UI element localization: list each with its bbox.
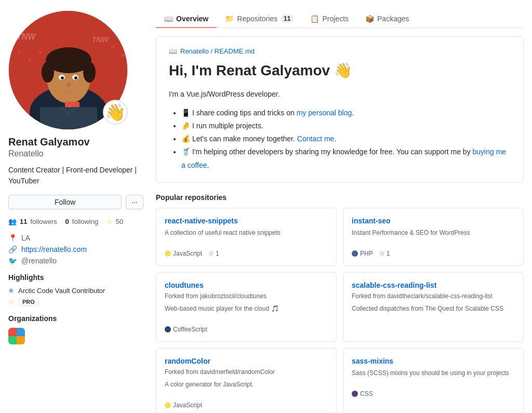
twitter-handle: @renatello <box>21 257 57 265</box>
repo-name-0[interactable]: react-native-snippets <box>165 217 328 225</box>
svg-point-2 <box>18 51 21 54</box>
svg-point-5 <box>111 46 114 49</box>
repo-name-5[interactable]: sass-mixins <box>352 357 515 365</box>
repo-meta-5: CSS <box>352 390 515 397</box>
sidebar: Renat TNW TNW 👋 Renat Galyamov Renatello… <box>8 10 143 413</box>
tabs-bar: 📖 Overview 📁 Repositories 11 📋 Projects … <box>156 10 524 28</box>
lang-label-4: JavaScript <box>165 402 202 409</box>
following-label: following <box>72 218 99 225</box>
meta-list: 📍 LA 🔗 https://renatello.com 🐦 @renatell… <box>8 234 143 265</box>
lang-label-2: CoffeeScript <box>165 326 207 333</box>
repo-meta-0: JavaScript ☆ 1 <box>165 250 328 257</box>
lang-label-0: JavaScript <box>165 250 202 257</box>
repo-name-3[interactable]: scalable-css-reading-list <box>352 281 515 289</box>
organizations-section: Organizations <box>8 314 143 344</box>
tab-projects[interactable]: 📋 Projects <box>302 10 357 28</box>
repo-meta-4: JavaScript <box>165 402 328 409</box>
stars-count-1: 1 <box>387 250 390 257</box>
repo-name-1[interactable]: instant-seo <box>352 217 515 225</box>
twitter-item: 🐦 @renatello <box>8 257 143 265</box>
readme-title: Hi, I'm Renat Galyamov 👋 <box>169 61 511 80</box>
org-quad-2 <box>17 328 25 336</box>
blog-link[interactable]: my personal blog <box>297 109 352 117</box>
repo-card-4[interactable]: randomColor Forked from davidmerfield/ra… <box>156 348 337 413</box>
repo-card-0[interactable]: react-native-snippets A collection of us… <box>156 208 337 266</box>
popular-repos-heading: Popular repositories <box>156 193 524 202</box>
page-wrapper: Renat TNW TNW 👋 Renat Galyamov Renatello… <box>0 0 532 413</box>
lang-dot-4 <box>165 402 171 408</box>
lang-name-1: PHP <box>360 250 373 257</box>
arctic-label: Arctic Code Vault Contributor <box>18 287 105 295</box>
svg-point-16 <box>74 76 77 79</box>
repo-meta-1: PHP ☆ 1 <box>352 250 515 257</box>
repo-name-2[interactable]: cloudtunes <box>165 281 328 289</box>
repo-card-5[interactable]: sass-mixins Sass (SCSS) mixins you shoul… <box>343 348 524 413</box>
contact-link[interactable]: Contact me <box>297 135 335 143</box>
twitter-icon: 🐦 <box>8 257 17 265</box>
org-avatar[interactable] <box>8 328 25 344</box>
more-button[interactable]: ··· <box>126 195 143 209</box>
projects-icon: 📋 <box>310 15 319 23</box>
list-item: 📱 I share coding tips and tricks on my p… <box>181 106 511 119</box>
svg-point-11 <box>42 62 54 83</box>
following-link[interactable]: 0 <box>65 218 69 225</box>
user-handle: Renatello <box>8 149 143 158</box>
highlight-pro: ☆ PRO <box>8 298 143 306</box>
action-row: Follow ··· <box>8 195 143 209</box>
stats-row: 👥 11 followers · 0 following · ☆ 50 <box>8 218 143 225</box>
star-icon: ☆ <box>107 218 113 225</box>
highlights-section: Highlights ✳ Arctic Code Vault Contribut… <box>8 273 143 306</box>
svg-point-15 <box>61 76 64 79</box>
repo-desc-0: A collection of useful react native snip… <box>165 228 328 245</box>
repo-card-1[interactable]: instant-seo Instant Performance & SEO fo… <box>343 208 524 266</box>
follow-button[interactable]: Follow <box>8 195 122 209</box>
list-item: 💰 Let's can make money together. Contact… <box>181 132 511 145</box>
readme-intro: I'm a Vue.js/WordPress developer. <box>169 88 511 100</box>
repo-icon: 📁 <box>225 15 234 23</box>
repo-card-2[interactable]: cloudtunes Forked from jakubroztocil/clo… <box>156 272 337 342</box>
coffee-link[interactable]: buying me a coffee <box>181 148 506 169</box>
tab-repos-label: Repositories <box>237 15 277 23</box>
org-quad-3 <box>8 336 17 344</box>
stars-count-0: 1 <box>216 250 219 257</box>
tab-packages[interactable]: 📦 Packages <box>357 10 417 28</box>
repo-card-3[interactable]: scalable-css-reading-list Forked from da… <box>343 272 524 342</box>
location-text: LA <box>21 234 30 242</box>
repos-grid: react-native-snippets A collection of us… <box>156 208 524 413</box>
readme-user-link[interactable]: Renatello <box>180 47 209 55</box>
readme-breadcrumb: Renatello / README.md <box>180 47 255 55</box>
snowflake-icon: ✳ <box>8 287 14 295</box>
repo-name-4[interactable]: randomColor <box>165 357 328 365</box>
tab-repositories[interactable]: 📁 Repositories 11 <box>217 10 302 28</box>
lang-dot-1 <box>352 250 358 257</box>
stats-divider: · <box>60 218 62 225</box>
highlight-arctic: ✳ Arctic Code Vault Contributor <box>8 287 143 295</box>
tab-projects-label: Projects <box>322 15 349 23</box>
lang-dot-2 <box>165 326 171 332</box>
lang-dot-0 <box>165 250 171 257</box>
svg-point-6 <box>122 54 125 57</box>
organizations-title: Organizations <box>8 314 143 323</box>
people-icon: 👥 <box>8 218 17 225</box>
readme-header: 📖 Renatello / README.md <box>169 47 511 55</box>
avatar-container: Renat TNW TNW 👋 <box>8 10 128 130</box>
link-icon: 🔗 <box>8 245 17 254</box>
lang-name-0: JavaScript <box>173 250 202 257</box>
svg-point-17 <box>66 82 71 87</box>
tab-overview[interactable]: 📖 Overview <box>156 10 217 28</box>
location-item: 📍 LA <box>8 234 143 242</box>
readme-card: 📖 Renatello / README.md Hi, I'm Renat Ga… <box>156 36 524 183</box>
user-name: Renat Galyamov <box>8 136 143 148</box>
followers-link[interactable]: 11 <box>20 218 27 225</box>
website-link[interactable]: https://renatello.com <box>21 245 87 254</box>
followers-label: followers <box>30 218 57 225</box>
highlights-title: Highlights <box>8 273 143 282</box>
readme-list: 📱 I share coding tips and tricks on my p… <box>169 106 511 172</box>
book-icon: 📖 <box>169 47 177 55</box>
repo-fork-2: Forked from jakubroztocil/cloudtunes <box>165 292 328 300</box>
org-logo <box>8 328 25 344</box>
readme-file: README.md <box>215 47 255 55</box>
repo-desc-1: Instant Performance & SEO for WordPress <box>352 228 515 245</box>
lang-dot-5 <box>352 391 358 397</box>
repo-fork-3: Forked from davidtheclark/scalable-css-r… <box>352 292 515 300</box>
